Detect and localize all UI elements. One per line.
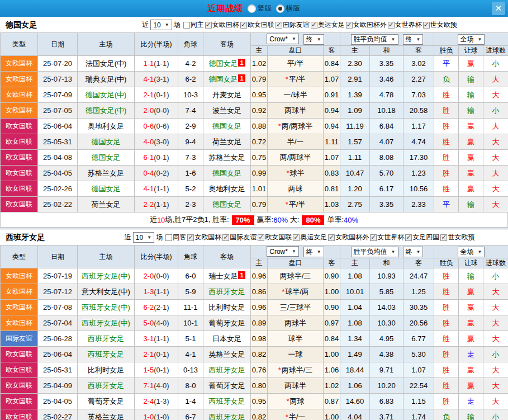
filter-league-checkbox[interactable]: 奥运女足: [293, 233, 327, 242]
filter-league-checkbox[interactable]: 欧女国联: [258, 233, 292, 242]
checkbox-checked-icon[interactable]: [370, 234, 377, 241]
halftime-score: (2-1): [154, 303, 169, 312]
filter-league-checkbox[interactable]: 女欧国杯外: [346, 20, 387, 30]
result-group-header: 全场▼: [434, 246, 508, 258]
home-team-cell: 西班牙女足: [78, 378, 135, 394]
filter-league-checkbox[interactable]: 女世界杯: [388, 20, 422, 30]
checkbox-checked-icon[interactable]: [205, 22, 212, 29]
avg-away-cell: 6.77: [403, 331, 434, 347]
avg-draw-cell: 10.30: [370, 315, 403, 331]
radio-checked-icon[interactable]: [276, 4, 284, 13]
filter-league-checkbox[interactable]: 女世界杯: [370, 233, 404, 242]
away-team-cell: 波兰女足: [203, 103, 251, 119]
checkbox-checked-icon[interactable]: [276, 22, 282, 29]
dropdown-arrow-icon: ▼: [165, 22, 169, 27]
filter-league-checkbox[interactable]: 世女欧预: [423, 20, 457, 30]
odds-stage-select[interactable]: 终▼: [303, 34, 324, 45]
away-team-name: 德国女足: [208, 59, 238, 68]
checkbox-checked-icon[interactable]: [423, 22, 430, 29]
filter-league-checkbox[interactable]: 女足四国: [405, 233, 439, 242]
checkbox-unchecked-icon[interactable]: [183, 22, 190, 29]
away-team-name: 奥地利女足: [209, 185, 245, 193]
filter-league-checkbox[interactable]: 国际友谊: [222, 233, 257, 242]
home-team-cell: 德国女足: [78, 181, 135, 197]
halftime-score: (0-1): [154, 153, 169, 162]
checkbox-checked-icon[interactable]: [440, 234, 447, 241]
handicap-name: 一/球半: [283, 91, 307, 99]
checkbox-unchecked-icon[interactable]: [165, 234, 172, 241]
avg-type-select[interactable]: 胜平负均值▼: [351, 247, 398, 257]
avg-home-cell: 1.08: [340, 315, 370, 331]
odds-stage-select[interactable]: 终▼: [303, 247, 324, 257]
checkbox-checked-icon[interactable]: [258, 234, 264, 241]
away-team-name: 波兰女足: [212, 106, 241, 115]
handicap-name: 平/半: [287, 59, 304, 68]
avg-away-cell: 22.54: [403, 378, 434, 394]
handicap-cell: 两球半: [268, 378, 324, 394]
filter-league-checkbox[interactable]: 女欧国杯: [187, 233, 221, 242]
home-odds-cell: 0.82: [251, 347, 268, 362]
radio-unchecked-icon[interactable]: [248, 4, 256, 13]
avg-away-cell: 1.74: [403, 409, 434, 420]
checkbox-checked-icon[interactable]: [405, 234, 412, 241]
scope-select[interactable]: 全场▼: [458, 247, 485, 257]
handicap-name: 两球: [290, 397, 305, 405]
corner-count-cell: 6-2: [178, 72, 203, 87]
summary-segment: 70%: [232, 215, 254, 225]
avg-home-cell: 1.08: [340, 268, 370, 284]
team-section: 德国女足近10▼场同主女欧国杯欧女国联国际友谊奥运女足女欧国杯外女世界杯世女欧预…: [0, 17, 508, 228]
filter-league-checkbox[interactable]: 世女欧预: [440, 233, 474, 242]
away-odds-cell: 0.83: [324, 166, 340, 181]
team-section: 西班牙女足近10▼场同客女欧国杯国际友谊欧女国联奥运女足女欧国杯外女世界杯女足四…: [0, 228, 508, 420]
filter-league-checkbox[interactable]: 女欧国杯外: [328, 233, 369, 242]
checkbox-checked-icon[interactable]: [240, 22, 247, 29]
handicap-result-cell: 赢: [459, 362, 483, 378]
fulltime-score: 1-1: [143, 59, 154, 68]
match-type-cell: 女欧国杯: [1, 315, 38, 331]
scope-select[interactable]: 全场▼: [458, 34, 485, 45]
home-team-cell: 苏格兰女足: [78, 166, 135, 181]
checkbox-checked-icon[interactable]: [311, 22, 317, 29]
avg-stage-select[interactable]: 终▼: [403, 34, 424, 45]
checkbox-checked-icon[interactable]: [222, 234, 229, 241]
sub-column-header: 主: [340, 258, 370, 268]
star-mark: *: [282, 287, 284, 296]
match-count-select[interactable]: 10▼: [133, 232, 154, 243]
match-date-cell: 25-07-19: [38, 268, 78, 284]
over-under-cell: 大: [483, 315, 508, 331]
filter-league-checkbox[interactable]: 奥运女足: [311, 20, 345, 30]
filter-league-checkbox[interactable]: 女欧国杯: [205, 20, 239, 30]
bookmaker-select[interactable]: Crow*▼: [267, 34, 299, 44]
filter-league-checkbox[interactable]: 欧女国联: [240, 20, 274, 30]
summary-segment: 10: [157, 216, 165, 224]
filter-same-venue-checkbox[interactable]: 同主: [183, 20, 204, 30]
checkbox-label: 国际友谊: [230, 233, 257, 242]
scope-select-value: 全场: [460, 247, 474, 257]
handicap-cell: 平/半: [268, 56, 324, 72]
checkbox-checked-icon[interactable]: [346, 22, 353, 29]
close-icon[interactable]: [492, 2, 505, 15]
avg-type-select[interactable]: 胜平负均值▼: [351, 34, 398, 45]
match-type-cell: 欧女国联: [1, 197, 38, 213]
handicap-name: 一球: [288, 350, 303, 358]
home-team-cell: 德国女足(中): [78, 103, 135, 119]
over-under-cell: 大: [483, 331, 508, 347]
checkbox-checked-icon[interactable]: [293, 234, 300, 241]
home-odds-cell: 0.96: [251, 300, 268, 315]
away-odds-cell: 0.84: [324, 56, 340, 72]
layout-option-vertical[interactable]: 竖版: [248, 3, 272, 13]
filter-same-venue-checkbox[interactable]: 同客: [165, 233, 186, 242]
away-team-cell: 瑞士女足1: [203, 268, 251, 284]
layout-option-horizontal[interactable]: 横版: [276, 3, 301, 13]
checkbox-checked-icon[interactable]: [328, 234, 335, 241]
match-count-select[interactable]: 10▼: [150, 20, 172, 30]
score-cell: 2-4(1-3): [135, 394, 178, 409]
checkbox-checked-icon[interactable]: [187, 234, 194, 241]
bookmaker-select[interactable]: Crow*▼: [267, 246, 299, 257]
avg-away-cell: 30.35: [403, 300, 434, 315]
avg-stage-select[interactable]: 终▼: [403, 247, 424, 257]
filter-league-checkbox[interactable]: 国际友谊: [276, 20, 310, 30]
checkbox-checked-icon[interactable]: [388, 22, 395, 29]
match-date-cell: 25-07-09: [38, 87, 78, 103]
corner-count-cell: 2-9: [178, 119, 203, 134]
